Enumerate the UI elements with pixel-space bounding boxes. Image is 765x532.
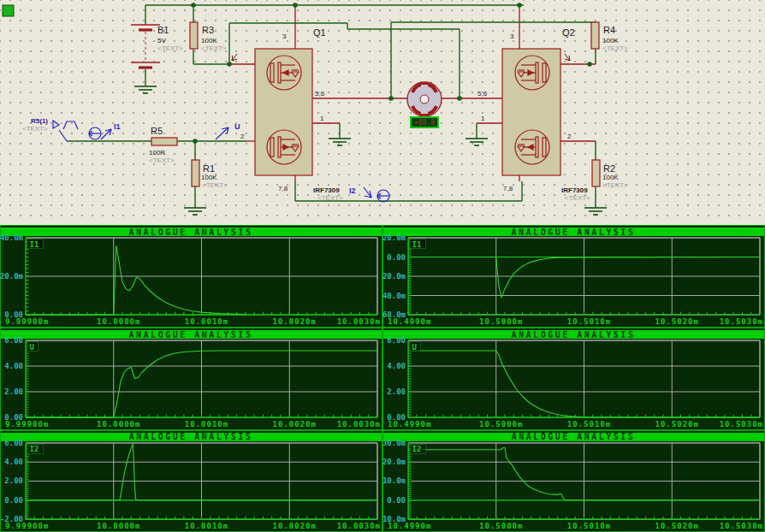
proteus-workspace: B1 5V <TEXT> R3 100K <TEXT> R4 100K <TEX… bbox=[0, 0, 765, 532]
x-tick-label: 9.99900m bbox=[5, 522, 49, 530]
probe-label: U bbox=[234, 122, 240, 131]
current-probe-i2[interactable]: I2 bbox=[349, 186, 389, 202]
pin-label: 5,6 bbox=[315, 90, 325, 98]
motor-rpm-value: +88.8 bbox=[414, 119, 435, 127]
resistor-text: <TEXT> bbox=[202, 181, 228, 189]
motor-arc-notch bbox=[421, 85, 428, 90]
voltage-probe-u[interactable]: U bbox=[216, 122, 240, 139]
y-tick-label: 30.0m bbox=[382, 439, 406, 447]
analysis-plot: ANALOGUE ANALYSIS6.004.002.000.009.99900… bbox=[0, 328, 382, 430]
y-tick-label: 10.0m bbox=[382, 477, 406, 486]
battery-value: 5V bbox=[157, 37, 166, 44]
x-tick-label: 10.5030m bbox=[720, 317, 763, 326]
ground-icon bbox=[184, 208, 206, 215]
y-tick-label: 2.00 bbox=[387, 387, 406, 396]
power-terminal-icon[interactable] bbox=[3, 5, 14, 16]
analysis-panel-u-left[interactable]: ANALOGUE ANALYSIS6.004.002.000.009.99900… bbox=[0, 328, 382, 430]
resistor-value: 100R bbox=[149, 149, 165, 157]
analysis-graphs: ANALOGUE ANALYSIS40.0m20.0m0.009.99900m1… bbox=[0, 225, 765, 532]
resistor-r3[interactable]: R3 100K <TEXT> bbox=[190, 22, 227, 52]
resistor-ref: R3 bbox=[202, 25, 214, 35]
y-tick-label: 0.00 bbox=[387, 253, 406, 262]
y-tick-label: 20.0m bbox=[382, 233, 406, 242]
y-tick-label: 0.00 bbox=[387, 496, 406, 505]
schematic-canvas[interactable]: B1 5V <TEXT> R3 100K <TEXT> R4 100K <TEX… bbox=[0, 0, 765, 225]
x-tick-label: 10.0000m bbox=[97, 420, 140, 429]
y-tick-label: 6.00 bbox=[387, 336, 406, 345]
pin-label: 3 bbox=[510, 33, 514, 40]
probe-label: I1 bbox=[114, 122, 121, 131]
analysis-panel-i2-left[interactable]: ANALOGUE ANALYSIS6.004.002.000.00-2.009.… bbox=[0, 430, 382, 532]
analysis-plot: ANALOGUE ANALYSIS40.0m20.0m0.009.99900m1… bbox=[0, 225, 382, 328]
y-tick-label: 4.00 bbox=[4, 458, 23, 466]
x-tick-label: 10.5000m bbox=[479, 522, 523, 530]
mosfet-pair-q2[interactable]: Q2 IRF7309 <TEXT> 3 5,6 1 7,8 2 bbox=[477, 27, 590, 202]
battery-ref: B1 bbox=[157, 25, 169, 35]
x-tick-label: 10.5030m bbox=[720, 522, 763, 530]
x-tick-label: 10.4990m bbox=[388, 317, 431, 326]
analysis-panel-i1-right[interactable]: ANALOGUE ANALYSIS20.0m0.00-20.0m-40.0m-6… bbox=[382, 225, 765, 328]
panel-title: ANALOGUE ANALYSIS bbox=[512, 330, 636, 340]
x-tick-label: 10.0010m bbox=[185, 317, 228, 326]
resistor-r2[interactable]: R2 100K <TEXT> bbox=[592, 160, 628, 189]
resistor-r5[interactable]: R5 100R <TEXT> bbox=[149, 126, 177, 164]
current-probe-i1[interactable]: I1 bbox=[89, 122, 121, 139]
mosfet-text: <TEXT> bbox=[317, 194, 343, 202]
mosfet-ref: Q2 bbox=[562, 27, 575, 38]
resistor-text: <TEXT> bbox=[602, 181, 628, 189]
resistor-r4[interactable]: R4 100K <TEXT> bbox=[591, 22, 628, 52]
resistor-text: <TEXT> bbox=[149, 157, 175, 164]
panel-title: ANALOGUE ANALYSIS bbox=[129, 432, 253, 441]
dc-motor[interactable]: +88.8 bbox=[407, 82, 442, 127]
x-tick-label: 10.0030m bbox=[337, 522, 381, 530]
mosfet-part: IRF7309 bbox=[561, 186, 588, 194]
analysis-panel-i2-right[interactable]: ANALOGUE ANALYSIS30.0m20.0m10.0m0.00-10.… bbox=[382, 430, 765, 532]
trace-label: I2 bbox=[30, 445, 39, 453]
analysis-plot: ANALOGUE ANALYSIS6.004.002.000.0010.4990… bbox=[382, 328, 765, 430]
resistor-ref: R1 bbox=[203, 163, 215, 174]
x-tick-label: 10.0020m bbox=[273, 420, 317, 429]
x-tick-label: 10.5010m bbox=[567, 522, 611, 530]
resistor-r1[interactable]: R1 100K <TEXT> bbox=[192, 160, 228, 189]
x-tick-label: 10.5000m bbox=[479, 420, 523, 429]
trace-label: I2 bbox=[412, 445, 422, 453]
panel-title: ANALOGUE ANALYSIS bbox=[512, 432, 636, 441]
pin-label: 7,8 bbox=[278, 185, 288, 192]
ground-icon bbox=[466, 139, 488, 145]
resistor-value: 100K bbox=[201, 37, 217, 44]
motor-arc-notch bbox=[421, 109, 428, 114]
pulse-generator[interactable]: R5(1) <TEXT> bbox=[22, 117, 78, 141]
mosfet-text: <TEXT> bbox=[565, 194, 590, 202]
y-tick-label: 0.00 bbox=[4, 496, 23, 505]
resistor-value: 100K bbox=[602, 37, 619, 44]
y-tick-label: 20.0m bbox=[382, 458, 406, 466]
resistor-ref: R2 bbox=[603, 163, 615, 174]
analysis-plot: ANALOGUE ANALYSIS20.0m0.00-20.0m-40.0m-6… bbox=[382, 225, 765, 328]
x-tick-label: 10.5020m bbox=[655, 420, 699, 429]
resistor-ref: R5 bbox=[151, 126, 163, 136]
analysis-panel-u-right[interactable]: ANALOGUE ANALYSIS6.004.002.000.0010.4990… bbox=[382, 328, 765, 430]
battery-b1[interactable]: B1 5V <TEXT> bbox=[131, 25, 183, 68]
trace-label: U bbox=[30, 343, 34, 352]
x-tick-label: 10.5020m bbox=[655, 317, 699, 326]
y-tick-label: 6.00 bbox=[4, 439, 23, 447]
pin-label: 3 bbox=[282, 33, 287, 40]
panel-title: ANALOGUE ANALYSIS bbox=[512, 228, 636, 237]
ground-icon bbox=[134, 86, 157, 93]
x-tick-label: 10.0020m bbox=[273, 317, 317, 326]
y-tick-label: -20.0m bbox=[382, 272, 406, 281]
x-tick-label: 10.0010m bbox=[185, 522, 228, 530]
mosfet-pair-q1[interactable]: Q1 IRF7309 <TEXT> 3 5,6 1 7,8 2 bbox=[232, 27, 343, 202]
analysis-panel-i1-left[interactable]: ANALOGUE ANALYSIS40.0m20.0m0.009.99900m1… bbox=[0, 225, 382, 328]
probe-label: I2 bbox=[349, 186, 356, 195]
resistor-text: <TEXT> bbox=[602, 44, 628, 52]
y-tick-label: 40.0m bbox=[0, 233, 24, 242]
resistor-ref: R4 bbox=[603, 25, 615, 35]
y-tick-label: 6.00 bbox=[4, 336, 23, 345]
x-tick-label: 9.99900m bbox=[5, 317, 49, 326]
panel-title: ANALOGUE ANALYSIS bbox=[129, 330, 253, 340]
x-tick-label: 10.5010m bbox=[567, 317, 611, 326]
pin-label: 1 bbox=[481, 115, 485, 122]
pin-label: 7,8 bbox=[503, 185, 513, 192]
analysis-plot: ANALOGUE ANALYSIS6.004.002.000.00-2.009.… bbox=[0, 430, 382, 532]
